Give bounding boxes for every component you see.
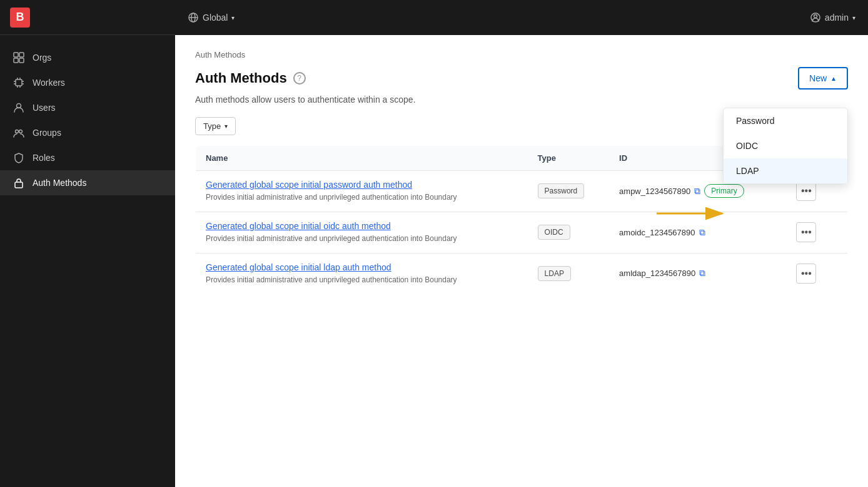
row3-desc: Provides initial administrative and unpr… (206, 275, 518, 285)
row1-primary-badge: Primary (704, 184, 744, 198)
row2-id-content: amoidc_1234567890 ⧉ (619, 227, 776, 238)
new-button-label: New (809, 73, 827, 83)
dropdown-item-password[interactable]: Password (724, 108, 847, 133)
sidebar-item-orgs[interactable]: Orgs (0, 45, 175, 70)
scope-label: Global (203, 13, 228, 23)
sidebar-item-roles-label: Roles (33, 153, 55, 163)
topbar-user[interactable]: admin ▾ (810, 12, 855, 23)
row3-actions-button[interactable]: ••• (796, 264, 816, 284)
row2-actions-button[interactable]: ••• (796, 222, 816, 242)
shield-icon (13, 151, 25, 164)
sidebar-nav: Orgs Workers (0, 35, 175, 487)
help-icon[interactable]: ? (293, 72, 306, 85)
type-filter-button[interactable]: Type ▾ (195, 117, 236, 135)
new-dropdown-menu: Password OIDC LDAP (723, 108, 848, 184)
user-icon (13, 101, 25, 114)
svg-rect-1 (19, 53, 24, 57)
sidebar-item-workers-label: Workers (33, 78, 65, 88)
row3-id-cell: amldap_1234567890 ⧉ (609, 253, 786, 294)
row3-type-cell: LDAP (528, 253, 610, 294)
table-body: Generated global scope initial password … (196, 171, 848, 294)
row1-desc: Provides initial administrative and unpr… (206, 192, 518, 203)
dropdown-item-oidc[interactable]: OIDC (724, 133, 847, 158)
dropdown-item-ldap[interactable]: LDAP (724, 158, 847, 183)
row1-id-text: ampw_1234567890 (619, 187, 690, 196)
col-name: Name (196, 146, 528, 171)
row3-type-badge: LDAP (538, 266, 571, 281)
row1-actions-button[interactable]: ••• (796, 181, 816, 201)
row3-name-link[interactable]: Generated global scope initial ldap auth… (206, 262, 518, 272)
row2-content: Generated global scope initial oidc auth… (206, 212, 518, 253)
page-title-row: Auth Methods ? (195, 70, 306, 86)
row1-copy-icon[interactable]: ⧉ (694, 186, 700, 197)
row1-id-content: ampw_1234567890 ⧉ Primary (619, 184, 776, 198)
main-area: Global ▾ admin ▾ Auth Methods Auth Metho… (175, 0, 868, 487)
row2-id-text: amoidc_1234567890 (619, 228, 695, 237)
svg-rect-2 (14, 58, 18, 63)
row2-name-cell: Generated global scope initial oidc auth… (196, 212, 528, 253)
grid-icon (13, 51, 25, 64)
row1-type-badge: Password (538, 183, 585, 198)
sidebar-header: B (0, 0, 175, 35)
row2-type-badge: OIDC (538, 225, 570, 240)
page-title: Auth Methods (195, 70, 287, 86)
sidebar-item-users[interactable]: Users (0, 95, 175, 120)
sidebar-item-roles[interactable]: Roles (0, 145, 175, 170)
svg-point-21 (814, 15, 817, 18)
topbar: Global ▾ admin ▾ (175, 0, 868, 35)
sidebar-item-auth-methods[interactable]: Auth Methods (0, 170, 175, 195)
svg-rect-4 (16, 79, 22, 86)
svg-rect-0 (14, 53, 18, 57)
globe-icon (188, 12, 199, 23)
new-button[interactable]: New ▲ (798, 67, 848, 90)
table-row: Generated global scope initial oidc auth… (196, 212, 848, 253)
content-area: Auth Methods Auth Methods ? New ▲ Auth m… (175, 35, 868, 487)
type-filter-label: Type (203, 121, 221, 131)
sidebar-item-orgs-label: Orgs (33, 53, 51, 63)
lock-icon (13, 177, 25, 189)
sidebar-item-auth-methods-label: Auth Methods (33, 178, 86, 188)
row3-id-content: amldap_1234567890 ⧉ (619, 268, 776, 279)
row2-actions-cell: ••• (786, 212, 847, 253)
row2-desc: Provides initial administrative and unpr… (206, 233, 518, 244)
col-type: Type (528, 146, 610, 171)
row1-type-cell: Password (528, 171, 610, 212)
row1-name-link[interactable]: Generated global scope initial password … (206, 180, 518, 190)
user-circle-icon (810, 12, 821, 23)
svg-rect-3 (19, 58, 24, 63)
row3-id-text: amldap_1234567890 (619, 269, 695, 278)
sidebar-item-groups[interactable]: Groups (0, 120, 175, 145)
row2-name-link[interactable]: Generated global scope initial oidc auth… (206, 221, 518, 231)
row3-content: Generated global scope initial ldap auth… (206, 254, 518, 294)
new-button-chevron-icon: ▲ (830, 75, 837, 82)
page-header: Auth Methods ? New ▲ (195, 67, 848, 90)
row3-name-cell: Generated global scope initial ldap auth… (196, 253, 528, 294)
sidebar-item-groups-label: Groups (33, 128, 61, 138)
cpu-icon (13, 76, 25, 89)
admin-label: admin (825, 13, 849, 23)
sidebar: B Orgs (0, 0, 175, 487)
group-icon (13, 126, 25, 139)
svg-rect-16 (15, 182, 23, 188)
row3-actions-cell: ••• (786, 253, 847, 294)
type-filter-chevron-icon: ▾ (225, 123, 228, 130)
sidebar-item-workers[interactable]: Workers (0, 70, 175, 95)
row2-type-cell: OIDC (528, 212, 610, 253)
admin-chevron-icon: ▾ (852, 14, 855, 21)
topbar-scope[interactable]: Global ▾ (188, 12, 235, 23)
row3-copy-icon[interactable]: ⧉ (699, 268, 705, 279)
row2-copy-icon[interactable]: ⧉ (699, 227, 705, 238)
app-logo: B (10, 8, 30, 28)
row1-name-cell: Generated global scope initial password … (196, 171, 528, 212)
sidebar-item-users-label: Users (33, 103, 56, 113)
breadcrumb: Auth Methods (195, 50, 848, 59)
page-description: Auth methods allow users to authenticate… (195, 95, 848, 105)
row1-content: Generated global scope initial password … (206, 171, 518, 212)
arrow-annotation (657, 201, 732, 226)
scope-chevron-icon: ▾ (231, 14, 235, 21)
table-row: Generated global scope initial ldap auth… (196, 253, 848, 294)
